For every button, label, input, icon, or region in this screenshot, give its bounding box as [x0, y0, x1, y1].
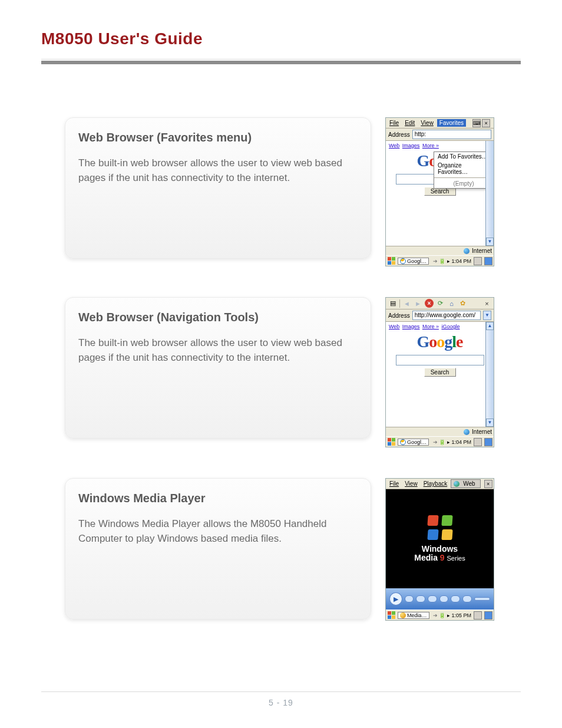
screenshot-browser-nav: ▤ ◄ ► × ⟳ ⌂ ✿ × Address http://www.googl… [385, 297, 494, 447]
tray-sip-icon[interactable] [474, 257, 482, 265]
card-web-favorites: Web Browser (Favorites menu) The built-i… [65, 117, 371, 259]
address-input[interactable]: http: [412, 130, 491, 139]
hide-toolbar-icon[interactable]: ▤ [388, 299, 397, 308]
sip-icon[interactable]: ⌨ [472, 119, 481, 127]
address-label: Address [388, 312, 410, 319]
close-icon[interactable]: × [484, 480, 492, 488]
menu-favorites[interactable]: Favorites [437, 119, 466, 127]
section-wmp: Windows Media Player The Windows Media P… [65, 478, 521, 621]
link-igoogle[interactable]: iGoogle [441, 324, 459, 330]
screenshot-wmp: File View Playback Web × Windows Media 9 [385, 478, 494, 621]
screenshot-browser-favorites: File Edit View Favorites ⌨ × Address htt… [385, 117, 494, 266]
tray-time: ➔ 🔋 ▸ 1:04 PM [433, 258, 471, 264]
tray-desktop-icon[interactable] [484, 257, 492, 265]
menubar: File View Playback Web × [386, 479, 494, 489]
back-icon[interactable]: ◄ [402, 299, 411, 308]
menu-file[interactable]: File [387, 119, 401, 127]
close-icon[interactable]: × [482, 119, 490, 127]
fav-organize[interactable]: Organize Favorites… [434, 161, 493, 176]
menu-separator [434, 177, 493, 178]
refresh-icon[interactable]: ⟳ [436, 299, 445, 308]
tray-sip-icon[interactable] [474, 438, 482, 446]
menu-edit[interactable]: Edit [402, 119, 417, 127]
volume-slider[interactable] [474, 597, 490, 601]
windows-flag-icon [428, 515, 452, 540]
footer: 5 - 19 [41, 691, 521, 707]
scroll-up-icon[interactable]: ▲ [486, 322, 494, 330]
globe-icon [464, 429, 470, 435]
link-more[interactable]: More » [422, 143, 439, 149]
globe-icon [454, 481, 459, 487]
next-button[interactable] [451, 595, 460, 602]
web-button[interactable]: Web [451, 479, 480, 488]
section-web-favorites: Web Browser (Favorites menu) The built-i… [65, 117, 521, 266]
tray-desktop-icon[interactable] [484, 438, 492, 446]
task-ie[interactable]: Googl… [398, 258, 429, 265]
body-text: The built-in web browser allows the user… [78, 336, 358, 365]
card-wmp: Windows Media Player The Windows Media P… [65, 478, 371, 620]
start-button[interactable] [387, 257, 396, 265]
start-button[interactable] [387, 611, 396, 620]
scrollbar[interactable]: ▲ ▼ [485, 322, 494, 427]
player-body: Windows Media 9 Series [386, 489, 494, 588]
taskbar: Googl… ➔ 🔋 ▸ 1:04 PM [386, 255, 494, 266]
heading: Web Browser (Favorites menu) [78, 131, 358, 144]
link-more[interactable]: More » [422, 324, 439, 330]
tray-desktop-icon[interactable] [484, 611, 492, 620]
favorites-icon[interactable]: ✿ [458, 299, 467, 308]
google-top-links: Web Images More » [386, 141, 494, 150]
fav-empty: (Empty) [434, 179, 493, 188]
title-rule [41, 59, 521, 64]
address-input[interactable]: http://www.google.com/ [412, 311, 481, 320]
forward-icon[interactable]: ► [414, 299, 422, 308]
prev-button[interactable] [416, 595, 425, 602]
search-input[interactable] [396, 355, 484, 365]
page-number: 5 - 19 [41, 698, 521, 707]
stop-icon[interactable]: × [425, 299, 434, 308]
wmp-icon [400, 612, 406, 618]
link-web[interactable]: Web [389, 143, 399, 149]
status-bar: Internet [386, 427, 494, 436]
favorites-popup: Add To Favorites… Organize Favorites… (E… [434, 151, 494, 189]
page-body: Web Images More » iGoogle Google Search … [386, 322, 494, 427]
link-images[interactable]: Images [402, 143, 420, 149]
taskbar: Media… ➔ 🔋 ▸ 1:05 PM [386, 610, 494, 620]
search-button[interactable]: Search [424, 368, 456, 377]
scroll-down-icon[interactable]: ▼ [486, 419, 494, 427]
mute-button[interactable] [462, 595, 472, 602]
toolbar: ▤ ◄ ► × ⟳ ⌂ ✿ × [386, 298, 494, 309]
address-bar: Address http://www.google.com/ ▼ [386, 309, 494, 322]
close-icon[interactable]: × [482, 299, 491, 308]
heading: Web Browser (Navigation Tools) [78, 311, 358, 324]
task-wmp[interactable]: Media… [398, 612, 429, 619]
taskbar: Googl… ➔ 🔋 ▸ 1:04 PM [386, 436, 494, 447]
scrollbar[interactable]: ▼ [485, 141, 494, 246]
link-images[interactable]: Images [402, 324, 420, 330]
menu-view[interactable]: View [418, 119, 436, 127]
status-text: Internet [472, 429, 492, 435]
content: Web Browser (Favorites menu) The built-i… [65, 117, 521, 621]
address-bar: Address http: [386, 129, 494, 141]
scroll-down-icon[interactable]: ▼ [486, 238, 494, 246]
ffwd-button[interactable] [439, 595, 449, 602]
google-top-links: Web Images More » iGoogle [386, 322, 494, 331]
menu-file[interactable]: File [387, 480, 401, 487]
heading: Windows Media Player [78, 492, 358, 505]
address-label: Address [388, 131, 410, 138]
ie-icon [400, 439, 406, 445]
home-icon[interactable]: ⌂ [447, 299, 456, 308]
body-text: The Windows Media Player allows the M805… [78, 517, 358, 546]
play-button[interactable]: ▶ [389, 592, 402, 605]
rewind-button[interactable] [428, 595, 437, 602]
ie-icon [400, 258, 406, 264]
tray-sip-icon[interactable] [474, 611, 482, 620]
menu-view[interactable]: View [402, 480, 420, 487]
menu-playback[interactable]: Playback [421, 480, 450, 487]
fav-add[interactable]: Add To Favorites… [434, 152, 493, 161]
start-button[interactable] [387, 438, 396, 446]
address-dropdown-icon[interactable]: ▼ [483, 311, 491, 320]
wmp-brand: Windows Media 9 Series [414, 545, 465, 562]
task-ie[interactable]: Googl… [398, 439, 429, 446]
stop-button[interactable] [405, 595, 414, 602]
link-web[interactable]: Web [389, 324, 399, 330]
